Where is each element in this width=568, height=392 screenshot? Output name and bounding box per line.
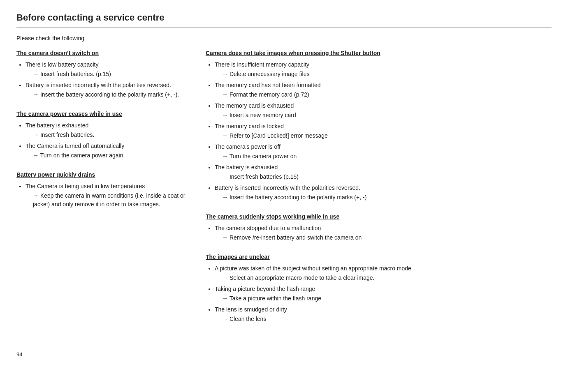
problem-text: The battery is exhausted: [215, 164, 278, 171]
list-item: There is insufficient memory capacity→ D…: [215, 60, 552, 78]
list-item: There is low battery capacity→ Insert fr…: [26, 60, 189, 78]
list-item: A picture was taken of the subject witho…: [215, 264, 552, 282]
page-title: Before contacting a service centre: [16, 12, 552, 28]
left-column: The camera doesn’t switch onThere is low…: [16, 50, 189, 220]
list-item: The lens is smudged or dirty→ Clean the …: [215, 305, 552, 323]
problem-text: Battery is inserted incorrectly with the…: [26, 82, 171, 88]
solution-text: → Insert fresh batteries (p.15): [216, 173, 552, 181]
section-battery-drains-title: Battery power quickly drains: [16, 171, 189, 178]
solution-text: → Turn the camera power on: [216, 152, 552, 161]
list-item: Battery is inserted incorrectly with the…: [26, 81, 189, 99]
section-no-images: Camera does not take images when pressin…: [206, 50, 552, 202]
solution-text: → Insert the battery according to the po…: [216, 193, 552, 202]
list-item: The Camera is being used in low temperat…: [26, 182, 189, 209]
list-item: The Camera is turned off automatically→ …: [26, 142, 189, 160]
section-camera-stops-list: The camera stopped due to a malfunction→…: [206, 224, 552, 242]
problem-text: There is low battery capacity: [26, 61, 98, 68]
list-item: The memory card has not been formatted→ …: [215, 81, 552, 99]
solution-text: → Insert fresh batteries. (p.15): [26, 70, 189, 78]
list-item: The camera stopped due to a malfunction→…: [215, 224, 552, 242]
solution-text: → Turn on the camera power again.: [26, 151, 189, 160]
problem-text: The memory card is locked: [215, 123, 284, 129]
problem-text: The memory card is exhausted: [215, 102, 294, 109]
problem-text: The camera’s power is off: [215, 143, 281, 150]
section-no-images-list: There is insufficient memory capacity→ D…: [206, 60, 552, 202]
list-item: The camera’s power is off→ Turn the came…: [215, 143, 552, 161]
problem-text: The Camera is being used in low temperat…: [26, 183, 145, 189]
problem-text: The camera stopped due to a malfunction: [215, 225, 321, 231]
list-item: The battery is exhausted→ Insert fresh b…: [26, 121, 189, 139]
solution-text: → Insert a new memory card: [216, 111, 552, 120]
section-camera-no-switch-title: The camera doesn’t switch on: [16, 50, 189, 56]
problem-text: The lens is smudged or dirty: [215, 306, 287, 313]
section-camera-no-switch-list: There is low battery capacity→ Insert fr…: [16, 60, 189, 99]
section-camera-no-switch: The camera doesn’t switch onThere is low…: [16, 50, 189, 99]
solution-text: → Delete unnecessary image files: [216, 70, 552, 78]
solution-text: → Insert fresh batteries.: [26, 131, 189, 139]
solution-text: → Refer to [Card Locked!] error message: [216, 131, 552, 140]
solution-text: → Clean the lens: [216, 315, 552, 323]
section-camera-stops: The camera suddenly stops working while …: [206, 213, 552, 242]
section-images-unclear-title: The images are unclear: [206, 254, 552, 260]
problem-text: There is insufficient memory capacity: [215, 61, 309, 68]
list-item: The memory card is locked→ Refer to [Car…: [215, 122, 552, 140]
problem-text: The memory card has not been formatted: [215, 82, 321, 88]
solution-text: → Remove /re-insert battery and switch t…: [216, 233, 552, 242]
section-no-images-title: Camera does not take images when pressin…: [206, 50, 552, 56]
section-images-unclear-list: A picture was taken of the subject witho…: [206, 264, 552, 323]
problem-text: The battery is exhausted: [26, 122, 88, 129]
right-column: Camera does not take images when pressin…: [206, 50, 552, 335]
page-number: 94: [16, 351, 552, 357]
problem-text: A picture was taken of the subject witho…: [215, 265, 411, 272]
section-images-unclear: The images are unclearA picture was take…: [206, 254, 552, 323]
solution-text: → Insert the battery according to the po…: [26, 90, 189, 99]
list-item: Battery is inserted incorrectly with the…: [215, 184, 552, 202]
problem-text: Taking a picture beyond the flash range: [215, 286, 315, 292]
section-camera-power-ceases-list: The battery is exhausted→ Insert fresh b…: [16, 121, 189, 160]
problem-text: Battery is inserted incorrectly with the…: [215, 184, 360, 191]
intro-text: Please check the following: [16, 35, 552, 42]
list-item: Taking a picture beyond the flash range→…: [215, 285, 552, 303]
main-content: The camera doesn’t switch onThere is low…: [16, 50, 552, 335]
solution-text: → Take a picture within the flash range: [216, 294, 552, 303]
section-camera-stops-title: The camera suddenly stops working while …: [206, 213, 552, 220]
section-camera-power-ceases: The camera power ceases while in useThe …: [16, 111, 189, 160]
solution-text: → Select an appropriate macro mode to ta…: [216, 274, 552, 282]
section-battery-drains-list: The Camera is being used in low temperat…: [16, 182, 189, 209]
list-item: The memory card is exhausted→ Insert a n…: [215, 101, 552, 120]
problem-text: The Camera is turned off automatically: [26, 143, 124, 149]
section-camera-power-ceases-title: The camera power ceases while in use: [16, 111, 189, 117]
list-item: The battery is exhausted→ Insert fresh b…: [215, 163, 552, 181]
section-battery-drains: Battery power quickly drainsThe Camera i…: [16, 171, 189, 209]
solution-text: → Keep the camera in warm conditions (i.…: [26, 191, 189, 209]
solution-text: → Format the memory card (p.72): [216, 90, 552, 99]
